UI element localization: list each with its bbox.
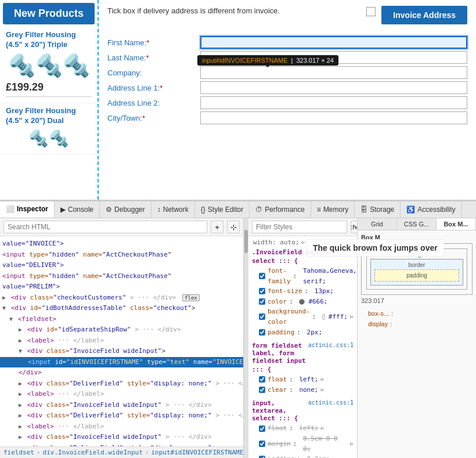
tab-grid[interactable]: Grid (358, 218, 397, 230)
invoice-address-button[interactable]: Invoice Address (381, 6, 467, 24)
tab-inspector[interactable]: ⬜ Inspector (0, 201, 55, 218)
city-town-input[interactable] (200, 111, 467, 124)
breadcrumb-input[interactable]: input#idINVOICEFIRSTNAME (151, 449, 243, 456)
prop-checkbox[interactable] (259, 329, 265, 336)
prop-row: color: #666; (252, 297, 354, 307)
delivery-checkbox[interactable] (366, 7, 376, 16)
tab-performance[interactable]: ⏱ Performance (250, 201, 311, 218)
code-line: <input type="hidden" name="ActCheckoutPh… (0, 271, 243, 282)
company-row: Company: (107, 66, 467, 79)
form-area: Tick box if delivery address is differen… (99, 0, 476, 200)
color-swatch[interactable] (299, 299, 305, 305)
prop-row: padding: 2px; (252, 327, 354, 338)
company-label: Company: (107, 68, 200, 77)
prop-checkbox[interactable] (259, 273, 265, 279)
tooltip-id: input#idINVOICEFIRSTNAME (202, 57, 287, 64)
company-input[interactable] (200, 66, 467, 79)
code-line-selected[interactable]: <input id="idINVOICEFIRSTNAME" type="tex… (0, 357, 243, 368)
prop-checkbox[interactable] (259, 298, 265, 305)
style-rule-2: form fieldset label, form fieldset input… (252, 342, 354, 395)
prop-row: margin: 0.5em 0 0 0; ⊳ (252, 434, 354, 454)
styles-toolbar: :hov .cls + ☀ 🌙 ⬛ 📷 (248, 218, 357, 236)
box-sizing-prop: box-s...: display: (361, 309, 473, 329)
code-line: <input type="hidden" name="ActCheckoutPh… (0, 250, 243, 261)
prop-checkbox[interactable] (259, 376, 265, 383)
styles-content[interactable]: width: auto; ⊳ .InvoiceField input, sele… (248, 236, 357, 458)
address-line1-label: Address Line 1:* (107, 84, 200, 92)
address-line1-input[interactable] (200, 81, 467, 94)
tab-css-grid[interactable]: CSS G... (397, 218, 437, 230)
expand-arrow[interactable]: ▼ (9, 316, 13, 322)
html-code[interactable]: value="INVOICE"> <input type="hidden" na… (0, 236, 243, 446)
prop-checkbox[interactable] (259, 425, 265, 432)
filter-icon-1: 🔩🔩🔩 (8, 53, 90, 78)
first-name-input[interactable] (200, 36, 467, 49)
box-model-size: 323.017 (361, 297, 473, 304)
filter-icon[interactable]: ⊳ (321, 375, 324, 384)
prop-checkbox[interactable] (259, 387, 265, 393)
prop-checkbox[interactable] (259, 288, 265, 294)
tab-style-editor[interactable]: {} Style Editor (195, 201, 250, 218)
performance-icon: ⏱ (255, 205, 262, 214)
product-name-2: Grey Filter Housing (4.5" x 20") Dual (6, 106, 92, 126)
first-name-row: First Name:* (107, 36, 467, 49)
rule-source-3[interactable]: actinic.css:1 (308, 399, 354, 423)
breadcrumb: fieldset › div.InvoiceField.wideInput › … (0, 446, 243, 458)
prop-checkbox[interactable] (259, 441, 265, 447)
tab-accessibility[interactable]: ♿ Accessibility (401, 201, 461, 218)
new-products-header: New Products (3, 3, 95, 24)
tab-box-model[interactable]: Box M... (437, 218, 476, 230)
tab-storage[interactable]: 🗄 Storage (355, 201, 401, 218)
prop-row: background-color: #fff; ⊳ (252, 306, 354, 327)
scroll-indicator[interactable] (244, 218, 248, 458)
tab-debugger[interactable]: ⚙ Debugger (100, 201, 152, 218)
code-line: ▶ <div class="DeliverField" style="displ… (0, 410, 243, 421)
filter-icon[interactable]: ⊳ (332, 455, 336, 458)
product-item-1[interactable]: Grey Filter Housing (4.5" x 20") Triple … (0, 27, 98, 103)
color-swatch[interactable] (322, 314, 325, 320)
filter-icon[interactable]: ⊳ (350, 439, 354, 449)
filter-icon[interactable]: ⊳ (321, 385, 324, 395)
expand-arrow[interactable]: ▶ (19, 391, 22, 397)
prop-checkbox[interactable] (259, 456, 265, 458)
filter-icon[interactable]: ⊳ (350, 312, 354, 322)
pseudo-hov-btn[interactable]: :hov (351, 221, 357, 233)
tab-console[interactable]: ▶ Console (55, 201, 100, 218)
code-line: ▶ <div class="InvoiceField wideInput" > … (0, 400, 243, 411)
expand-arrow[interactable]: ▶ (19, 326, 22, 333)
tab-memory[interactable]: ≡ Memory (311, 201, 355, 218)
pick-element-btn[interactable]: ⊹ (227, 221, 240, 233)
html-search-input[interactable] (3, 221, 207, 233)
prop-row: font-size: 13px; (252, 286, 354, 297)
code-line: value="DELIVER"> (0, 260, 243, 271)
expand-arrow[interactable]: ▶ (19, 380, 22, 387)
expand-arrow[interactable]: ▶ (19, 337, 22, 344)
expand-arrow[interactable]: ▶ (19, 423, 22, 430)
code-line: ▶ <label> ··· </label> (0, 421, 243, 432)
add-html-btn[interactable]: + (211, 221, 223, 233)
filter-icon[interactable]: ⊳ (301, 239, 305, 246)
breadcrumb-div[interactable]: div.InvoiceField.wideInput (43, 449, 143, 456)
expand-arrow[interactable]: ▼ (19, 348, 22, 354)
expand-arrow[interactable]: ▶ (19, 412, 22, 419)
rule-source-2[interactable]: actinic.css:1 (308, 342, 354, 366)
tab-network[interactable]: ↕ Network (152, 201, 195, 218)
product-price-1: £199.29 (6, 81, 92, 93)
expand-arrow[interactable]: ▼ (2, 305, 6, 311)
right-panel-content: Box M margin border padding (358, 230, 476, 458)
prop-checkbox[interactable] (259, 313, 265, 320)
breadcrumb-fieldset[interactable]: fieldset (3, 449, 34, 456)
expand-arrow[interactable]: ▶ (19, 434, 22, 440)
expand-arrow[interactable]: ▶ (2, 294, 6, 301)
expand-arrow[interactable]: ▶ (19, 402, 22, 408)
code-line: </div> (0, 367, 243, 378)
rule-selector-1b: select ::: { (252, 257, 354, 265)
network-icon: ↕ (157, 205, 161, 214)
product-item-2[interactable]: Grey Filter Housing (4.5" x 20") Dual 🔩🔩 (0, 103, 98, 154)
filter-styles-input[interactable] (252, 221, 347, 233)
filter-icon[interactable]: ⊳ (321, 424, 324, 433)
inspector-icon: ⬜ (6, 205, 15, 213)
last-name-label: Last Name:* (107, 53, 200, 62)
address-line2-input[interactable] (200, 96, 467, 109)
html-toolbar: + ⊹ (0, 218, 243, 236)
